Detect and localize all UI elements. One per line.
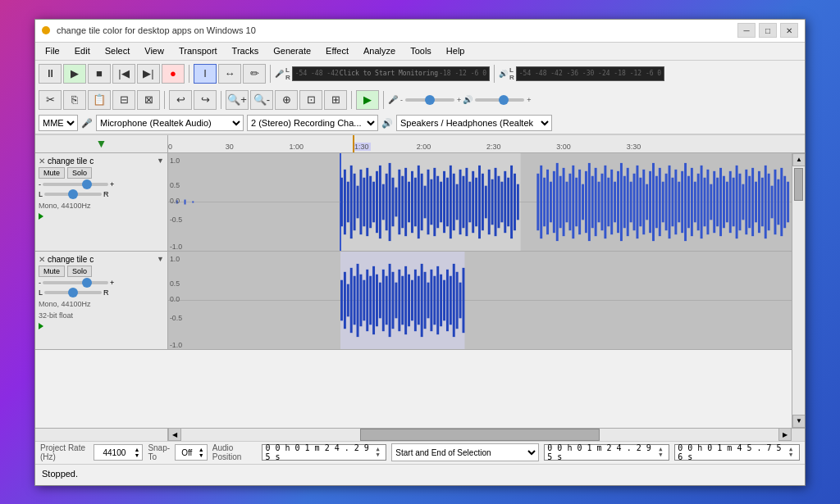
record-button[interactable]: ● <box>162 64 185 84</box>
snap-to-spinners[interactable]: ▲ ▼ <box>199 447 207 458</box>
selection-mode-select[interactable]: Start and End of Selection <box>391 443 539 461</box>
time-1-spinner[interactable]: ▲ ▼ <box>659 447 666 458</box>
input-meter[interactable]: -54 -48 -42 Click to Start Monitoring -1… <box>292 66 490 81</box>
menu-tracks[interactable]: Tracks <box>226 44 266 57</box>
api-select[interactable]: MME <box>39 115 78 131</box>
close-button[interactable]: ✕ <box>780 23 798 38</box>
play-speed-button[interactable]: ▶ <box>356 90 379 110</box>
track-2-solo-button[interactable]: Solo <box>67 266 92 277</box>
snap-to-input[interactable] <box>176 445 199 460</box>
scroll-track-v[interactable] <box>792 166 805 415</box>
track-1-canvas[interactable]: 1.0 0.5 0.0 -0.5 -1.0 <box>168 153 792 251</box>
track-2-gain-slider[interactable] <box>43 281 108 284</box>
menu-tools[interactable]: Tools <box>404 44 438 57</box>
project-rate-up[interactable]: ▲ <box>134 447 142 452</box>
sep4 <box>164 91 165 109</box>
menu-transport[interactable]: Transport <box>172 44 224 57</box>
time-1-box[interactable]: 0 0 h 0 1 m 2 4 . 2 9 5 s ▲ ▼ <box>544 444 669 461</box>
output-meter[interactable]: -54 -48 -42 -36 -30 -24 -18 -12 -6 0 <box>516 66 664 81</box>
time-2-down[interactable]: ▼ <box>789 452 797 458</box>
click-to-monitor[interactable]: Click to Start Monitoring <box>340 70 438 77</box>
menu-file[interactable]: File <box>39 44 66 57</box>
time-2-spinner[interactable]: ▲ ▼ <box>789 447 797 458</box>
redo-button[interactable]: ↪ <box>194 90 217 110</box>
lr-label-input: LR <box>285 66 290 81</box>
audio-pos-down[interactable]: ▼ <box>376 452 383 458</box>
svg-rect-51 <box>475 177 477 226</box>
track-1-dropdown-icon[interactable]: ▼ <box>157 157 164 165</box>
project-rate-down[interactable]: ▼ <box>134 452 142 458</box>
snap-to-down[interactable]: ▼ <box>199 452 207 458</box>
track-2-mute-button[interactable]: Mute <box>39 266 65 277</box>
menu-effect[interactable]: Effect <box>319 44 355 57</box>
zoom-fit-button[interactable]: ⊡ <box>299 90 322 110</box>
audio-position-spinner[interactable]: ▲ ▼ <box>376 447 383 458</box>
track-2-canvas[interactable]: 1.0 0.5 0.0 -0.5 -1.0 <box>168 252 792 349</box>
select-tool-button[interactable]: I <box>194 64 217 84</box>
menu-analyze[interactable]: Analyze <box>357 44 402 57</box>
track-2-close-button[interactable]: ✕ <box>39 255 45 264</box>
scroll-up-button[interactable]: ▲ <box>792 153 805 166</box>
zoom-out-button[interactable]: 🔍- <box>250 90 273 110</box>
envelope-tool-button[interactable]: ↔ <box>218 64 241 84</box>
svg-rect-174 <box>411 279 413 320</box>
zoom-in-button[interactable]: 🔍+ <box>226 90 249 110</box>
output-select[interactable]: Speakers / Headphones (Realtek <box>396 115 552 131</box>
svg-rect-29 <box>404 167 407 235</box>
minimize-button[interactable]: ─ <box>737 23 756 38</box>
project-rate-control[interactable]: ▲ ▼ <box>94 444 143 461</box>
snap-to-control[interactable]: ▲ ▼ <box>175 444 208 461</box>
menu-edit[interactable]: Edit <box>68 44 97 57</box>
zoom-sel-button[interactable]: ⊕ <box>275 90 298 110</box>
scroll-down-button[interactable]: ▼ <box>792 415 805 428</box>
time-1-down[interactable]: ▼ <box>659 452 666 458</box>
rewind-button[interactable]: |◀ <box>112 64 135 84</box>
scroll-thumb-v[interactable] <box>794 168 803 201</box>
scroll-thumb-h[interactable] <box>360 429 599 441</box>
snap-to-up[interactable]: ▲ <box>199 447 207 452</box>
track-2-dropdown-icon[interactable]: ▼ <box>157 255 164 263</box>
hscrollbar[interactable]: ◀ ▶ <box>168 429 792 441</box>
stop-button[interactable]: ■ <box>88 64 111 84</box>
svg-rect-14 <box>357 185 359 218</box>
pause-button[interactable]: ⏸ <box>39 64 62 84</box>
project-rate-spinners[interactable]: ▲ ▼ <box>134 447 142 458</box>
gain-slider[interactable] <box>405 98 454 102</box>
track-1-gain-slider[interactable] <box>43 183 108 186</box>
svg-text:-0.5: -0.5 <box>170 216 182 224</box>
menu-view[interactable]: View <box>138 44 171 57</box>
maximize-button[interactable]: □ <box>759 23 777 38</box>
zoom-full-button[interactable]: ⊞ <box>324 90 347 110</box>
time-2-box[interactable]: 0 0 h 0 1 m 4 5 . 7 5 6 s ▲ ▼ <box>674 444 800 461</box>
channel-select[interactable]: 2 (Stereo) Recording Cha... <box>247 115 378 131</box>
track-1-solo-button[interactable]: Solo <box>67 167 92 179</box>
trim-button[interactable]: ⊟ <box>112 90 135 110</box>
menu-help[interactable]: Help <box>440 44 472 57</box>
play-button[interactable]: ▶ <box>63 64 86 84</box>
track-1-waveform: 1.0 0.5 0.0 -0.5 -1.0 <box>168 153 792 251</box>
menu-select[interactable]: Select <box>98 44 137 57</box>
project-rate-input[interactable] <box>94 445 134 460</box>
paste-button[interactable]: 📋 <box>88 90 111 110</box>
scroll-left-button[interactable]: ◀ <box>168 428 181 441</box>
ruler: ▼ 0 30 1:00 1:30 2:00 2:30 3:00 3:30 <box>35 135 805 153</box>
track-2-pan-slider[interactable] <box>44 291 102 294</box>
menu-generate[interactable]: Generate <box>267 44 317 57</box>
track-1-close-button[interactable]: ✕ <box>39 157 45 166</box>
cut-button[interactable]: ✂ <box>39 90 62 110</box>
scroll-track-h[interactable] <box>181 429 778 441</box>
audio-position-box[interactable]: 0 0 h 0 1 m 2 4 . 2 9 5 s ▲ ▼ <box>262 444 386 461</box>
scroll-right-button[interactable]: ▶ <box>778 428 792 441</box>
vertical-scrollbar[interactable]: ▲ ▼ <box>792 153 805 428</box>
volume-slider[interactable] <box>475 98 524 102</box>
volume-plus: + <box>527 96 531 104</box>
forward-button[interactable]: ▶| <box>137 64 160 84</box>
ruler-tick-area[interactable]: 0 30 1:00 1:30 2:00 2:30 3:00 3:30 <box>168 135 805 152</box>
track-1-mute-button[interactable]: Mute <box>39 167 65 179</box>
mic-device-select[interactable]: Microphone (Realtek Audio) <box>96 115 244 131</box>
silence-button[interactable]: ⊠ <box>137 90 160 110</box>
undo-button[interactable]: ↩ <box>169 90 192 110</box>
draw-tool-button[interactable]: ✏ <box>243 64 266 84</box>
copy-button[interactable]: ⎘ <box>63 90 86 110</box>
track-1-pan-slider[interactable] <box>44 193 102 196</box>
